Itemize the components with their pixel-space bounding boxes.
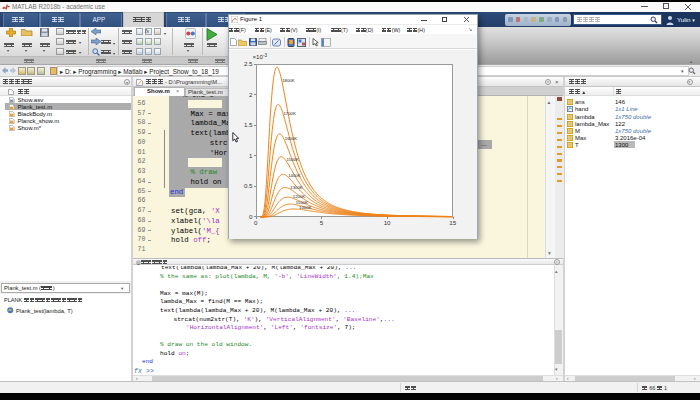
svg-text:1800K: 1800K	[282, 78, 295, 83]
svg-text:1500K: 1500K	[286, 156, 299, 161]
svg-text:1000K: 1000K	[299, 204, 312, 209]
svg-text:1600K: 1600K	[285, 136, 298, 141]
svg-text:1400K: 1400K	[288, 172, 301, 177]
svg-text:1200K: 1200K	[293, 193, 306, 198]
svg-text:1700K: 1700K	[283, 110, 296, 115]
svg-text:1300K: 1300K	[290, 184, 303, 189]
svg-text:1100K: 1100K	[296, 200, 308, 205]
